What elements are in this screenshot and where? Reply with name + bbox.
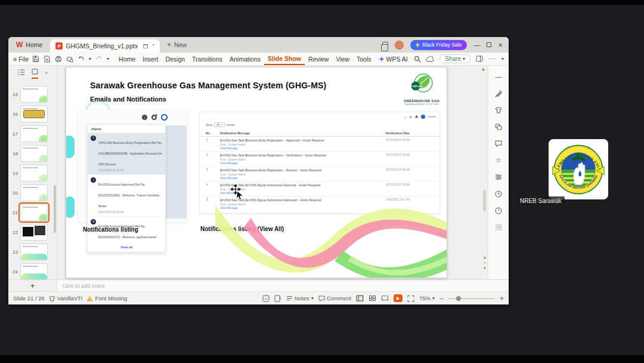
net-zero-badge: NET ZERO 2050 [409, 85, 423, 88]
fullscreen-icon[interactable] [407, 295, 414, 302]
save-icon[interactable] [32, 55, 39, 63]
menu-item-design[interactable]: Design [162, 53, 188, 65]
menu-item-review[interactable]: Review [305, 53, 332, 65]
slide-thumbnail-23[interactable]: 23 [8, 244, 48, 260]
history-icon[interactable] [495, 190, 502, 198]
slide-21[interactable]: Sarawak Greenhouse Gas Management System… [66, 67, 447, 278]
collapse-ribbon-icon[interactable]: ▾ [501, 56, 504, 61]
nreb-sarawak-logo: LEMBAGA SUMBER ASLI DAN ALAM SEKITAR SAR… [552, 143, 605, 196]
minimize-button[interactable]: — [473, 42, 480, 48]
new-tab-button[interactable]: + New [167, 41, 187, 49]
slide-thumbnail-17[interactable]: 17 [8, 125, 48, 142]
hide-panel-icon[interactable]: — [496, 73, 502, 81]
menu-item-animations[interactable]: Animations [226, 53, 264, 65]
qat-more-icon[interactable]: ▾ [107, 56, 109, 61]
close-button[interactable]: × [498, 41, 503, 49]
redo-icon[interactable] [95, 56, 103, 62]
collapse-panel-icon[interactable]: › [45, 69, 48, 76]
home-tab[interactable]: W Home [8, 37, 50, 53]
slide-number: 18 [8, 151, 18, 156]
tools-icon[interactable] [495, 90, 502, 97]
slide-thumbnail-15[interactable]: 15 [8, 86, 48, 103]
slide-thumbnail-21[interactable]: 21 [8, 204, 48, 221]
wps-ai-label: WPS AI [386, 56, 408, 63]
theme-name: VanillaVTI [57, 295, 83, 302]
zoom-slider-knob[interactable] [456, 296, 461, 301]
top-letterbox [0, 0, 644, 5]
add-slide-button[interactable]: + [8, 280, 57, 291]
print-icon[interactable] [55, 56, 62, 63]
play-icon [397, 297, 400, 300]
slideshow-play-button[interactable] [394, 294, 402, 302]
design-assistant-icon[interactable] [495, 106, 502, 114]
shapes-icon[interactable] [495, 123, 502, 131]
slide-title: Sarawak Greenhouse Gas Management System… [90, 81, 326, 90]
wps-ai-menu[interactable]: WPS AI [375, 56, 411, 63]
titlebar-controls: Black Friday Sale — × [382, 40, 509, 50]
normal-view-button[interactable] [356, 295, 364, 302]
user-avatar[interactable] [395, 41, 404, 50]
more-options-icon[interactable]: ··· [488, 56, 496, 62]
black-friday-sale-button[interactable]: Black Friday Sale [410, 40, 467, 50]
help-icon[interactable]: ? [495, 207, 502, 214]
outline-view-icon[interactable] [18, 69, 24, 75]
document-tab[interactable]: P GHGMS_Briefing_v1.pptx * [50, 39, 160, 53]
font-missing-warning[interactable]: ! Font Missing [86, 295, 127, 302]
col-no: No. [206, 131, 210, 135]
slide-nav-icon[interactable]: ▪ [484, 261, 485, 264]
zoom-level[interactable]: 75% ▾ [419, 295, 435, 302]
plus-icon: + [167, 41, 171, 49]
menu-item-transitions[interactable]: Transitions [188, 53, 226, 65]
comment-panel-icon[interactable] [495, 140, 502, 147]
file-menu[interactable]: ≡ File [13, 56, 29, 63]
workspace-icon[interactable] [382, 42, 388, 48]
apps-grid-icon[interactable] [496, 223, 502, 231]
comment-button[interactable]: Comment [318, 295, 351, 302]
slide-thumbnail-18[interactable]: 18 [8, 145, 48, 162]
favorites-icon[interactable]: ☆ [496, 156, 501, 164]
search-icon[interactable] [414, 56, 421, 63]
slide-thumbnail-16[interactable]: 16 [8, 106, 48, 122]
zoom-out-button[interactable]: − [439, 294, 444, 303]
menu-item-view[interactable]: View [332, 53, 353, 65]
undo-icon[interactable] [78, 56, 85, 62]
notes-input[interactable]: Click to add notes [57, 280, 509, 291]
settings-icon[interactable] [495, 173, 502, 181]
export-pdf-icon[interactable] [44, 56, 51, 63]
slide-thumbnail-22[interactable]: 22 [8, 224, 48, 241]
reading-view-button[interactable] [381, 295, 389, 302]
menu-item-slide-show[interactable]: Slide Show [264, 53, 305, 65]
view-message-link: View Message [220, 147, 380, 150]
menu-item-home[interactable]: Home [115, 53, 139, 65]
participant-video-tile[interactable]: LEMBAGA SUMBER ASLI DAN ALAM SEKITAR SAR… [549, 139, 608, 199]
cloud-sync-icon[interactable] [426, 56, 434, 62]
canvas-scrollbar[interactable] [483, 190, 486, 211]
slide-thumbnail-19[interactable]: 19 [8, 165, 48, 182]
thumbnail-scrollbar[interactable] [54, 185, 56, 233]
theme-indicator[interactable]: VanillaVTI [49, 295, 83, 302]
spellcheck-icon[interactable] [262, 295, 270, 302]
previous-slide-icon[interactable]: ▲ [483, 256, 487, 259]
slide-preview [20, 224, 48, 241]
menu-item-tools[interactable]: Tools [353, 53, 375, 65]
restore-button[interactable] [487, 42, 491, 47]
task-window-icon[interactable] [476, 56, 483, 62]
zoom-slider[interactable] [448, 298, 495, 299]
slide-thumbnail-24[interactable]: 24 [8, 263, 48, 280]
thumbnail-view-icon[interactable] [32, 66, 38, 79]
scroll-up-icon[interactable]: ▲ [481, 67, 485, 71]
print-preview-icon[interactable] [66, 56, 73, 63]
slide-sorter-view-button[interactable] [369, 295, 376, 302]
slide-thumbnail-20[interactable]: 20 [8, 184, 48, 201]
handout-icon[interactable] [274, 295, 281, 302]
menu-item-insert[interactable]: Insert [139, 53, 162, 65]
undo-dropdown-icon[interactable]: ▾ [89, 56, 91, 61]
menu-right-controls: Share ▾ ··· ▾ [426, 54, 504, 63]
zoom-in-button[interactable]: + [500, 294, 504, 303]
share-button[interactable]: Share ▾ [439, 54, 470, 63]
entries-select: All ▾ [214, 122, 225, 127]
pop-out-icon[interactable] [143, 44, 148, 48]
document-tab-label: GHGMS_Briefing_v1.pptx [66, 42, 138, 50]
next-slide-icon[interactable]: ▼ [483, 266, 487, 270]
notes-toggle[interactable]: Notes ▾ [286, 295, 314, 302]
